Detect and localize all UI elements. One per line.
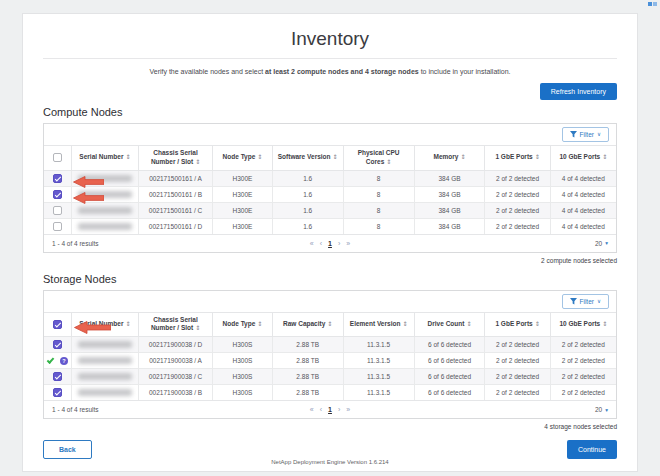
table-row: 002171500161 / A H300E 1.6 8 384 GB 2 of…: [44, 170, 616, 186]
col-chassis-serial: Chassis Serial Number / Slot: [151, 149, 198, 164]
results-count: 1 - 4 of 4 results: [52, 240, 99, 247]
compute-nodes-heading: Compute Nodes: [43, 106, 617, 118]
sort-icon: ⇕: [466, 321, 471, 327]
last-page-button[interactable]: »: [346, 406, 350, 413]
software-version-cell: 1.6: [272, 186, 343, 202]
sort-icon: ⇕: [535, 154, 540, 160]
1gbe-cell: 2 of 2 detected: [485, 202, 550, 218]
col-serial-number: Serial Number: [79, 320, 123, 327]
last-page-button[interactable]: »: [346, 240, 350, 247]
first-page-button[interactable]: «: [310, 240, 314, 247]
page-size-value: 20: [595, 406, 602, 413]
compute-pagination: 1 - 4 of 4 results « ‹ 1 › » 20 ▾: [44, 234, 616, 252]
1gbe-cell: 2 of 2 detected: [485, 369, 550, 385]
col-1gbe-ports: 1 GbE Ports: [495, 153, 532, 160]
refresh-inventory-button[interactable]: Refresh Inventory: [540, 83, 617, 100]
node-type-cell: H300S: [213, 369, 272, 385]
row-checkbox[interactable]: [53, 222, 62, 231]
filter-button-label: Filter: [580, 298, 594, 305]
row-checkbox[interactable]: [53, 388, 62, 397]
10gbe-cell: 2 of 2 detected: [550, 385, 616, 401]
storage-select-all-checkbox[interactable]: [53, 320, 62, 329]
node-type-cell: H300E: [213, 186, 272, 202]
10gbe-cell: 2 of 2 detected: [550, 369, 616, 385]
first-page-button[interactable]: «: [310, 406, 314, 413]
sort-icon: ⇕: [602, 321, 607, 327]
table-row: 002171500161 / C H300E 1.6 8 384 GB 2 of…: [44, 202, 616, 218]
sort-icon: ⇕: [535, 321, 540, 327]
row-checkbox[interactable]: [53, 340, 62, 349]
element-version-cell: 11.3.1.5: [343, 337, 414, 353]
compute-select-all-checkbox[interactable]: [53, 153, 62, 162]
sort-icon: ⇕: [327, 321, 332, 327]
prev-page-button[interactable]: ‹: [320, 406, 322, 413]
chassis-slot-cell: 002171900038 / D: [138, 337, 212, 353]
table-row: 002171900038 / D H300S 2.88 TB 11.3.1.5 …: [44, 337, 616, 353]
app-version-footer: NetApp Deployment Engine Version 1.6.214: [0, 459, 660, 465]
col-node-type: Node Type: [223, 320, 256, 327]
row-checkbox[interactable]: [53, 206, 62, 215]
chassis-slot-cell: 002171900038 / B: [138, 385, 212, 401]
sort-icon: ⇕: [125, 154, 130, 160]
page-size-select[interactable]: 20 ▾: [595, 240, 608, 247]
raw-capacity-cell: 2.88 TB: [272, 385, 343, 401]
chassis-slot-cell: 002171500161 / C: [138, 202, 212, 218]
back-button[interactable]: Back: [43, 440, 92, 459]
redacted-serial: [78, 357, 132, 364]
results-count: 1 - 4 of 4 results: [52, 406, 99, 413]
1gbe-cell: 2 of 2 detected: [485, 218, 550, 234]
1gbe-cell: 2 of 2 detected: [485, 337, 550, 353]
redacted-serial: [78, 389, 132, 396]
next-page-button[interactable]: ›: [338, 406, 340, 413]
10gbe-cell: 4 of 4 detected: [550, 202, 616, 218]
element-version-cell: 11.3.1.5: [343, 353, 414, 369]
sort-icon: ⇕: [125, 321, 130, 327]
compute-selected-note: 2 compute nodes selected: [43, 257, 617, 264]
continue-button[interactable]: Continue: [567, 440, 617, 459]
prev-page-button[interactable]: ‹: [320, 240, 322, 247]
drive-count-cell: 6 of 6 detected: [414, 369, 485, 385]
storage-filter-button[interactable]: Filter ∨: [562, 294, 609, 309]
1gbe-cell: 2 of 2 detected: [485, 170, 550, 186]
software-version-cell: 1.6: [272, 170, 343, 186]
storage-header-row: Serial Number⇕ Chassis Serial Number / S…: [44, 313, 616, 337]
chassis-slot-cell: 002171900038 / C: [138, 369, 212, 385]
1gbe-cell: 2 of 2 detected: [485, 385, 550, 401]
cpu-cores-cell: 8: [343, 186, 414, 202]
row-checkbox[interactable]: [53, 190, 62, 199]
element-version-cell: 11.3.1.5: [343, 385, 414, 401]
storage-nodes-table: Filter ∨ Serial Number⇕ Chassis Serial N…: [43, 290, 617, 420]
current-page[interactable]: 1: [328, 406, 332, 413]
redacted-serial: [78, 175, 132, 182]
compute-filter-button[interactable]: Filter ∨: [562, 127, 609, 142]
sort-icon: ⇕: [602, 154, 607, 160]
help-icon[interactable]: ?: [60, 357, 68, 365]
col-raw-capacity: Raw Capacity: [283, 320, 325, 327]
page-size-select[interactable]: 20 ▾: [595, 406, 608, 413]
table-row: 002171900038 / B H300S 2.88 TB 11.3.1.5 …: [44, 385, 616, 401]
col-element-version: Element Version: [350, 320, 401, 327]
redacted-serial: [78, 191, 132, 198]
drive-count-cell: 6 of 6 detected: [414, 353, 485, 369]
page-title: Inventory: [43, 28, 617, 50]
next-page-button[interactable]: ›: [338, 240, 340, 247]
chevron-down-icon: ∨: [597, 131, 601, 137]
divider: [43, 58, 617, 59]
row-checkbox[interactable]: [53, 174, 62, 183]
redacted-serial: [78, 341, 132, 348]
compute-filter-bar: Filter ∨: [44, 124, 616, 146]
software-version-cell: 1.6: [272, 202, 343, 218]
memory-cell: 384 GB: [414, 218, 485, 234]
chassis-slot-cell: 002171500161 / D: [138, 218, 212, 234]
col-drive-count: Drive Count: [428, 320, 465, 327]
element-version-cell: 11.3.1.5: [343, 369, 414, 385]
current-page[interactable]: 1: [328, 240, 332, 247]
sort-icon: ⇕: [386, 159, 391, 165]
row-checkbox[interactable]: [53, 372, 62, 381]
chassis-slot-cell: 002171500161 / A: [138, 170, 212, 186]
node-type-cell: H300E: [213, 170, 272, 186]
memory-cell: 384 GB: [414, 186, 485, 202]
table-row: 002171900038 / C H300S 2.88 TB 11.3.1.5 …: [44, 369, 616, 385]
node-type-cell: H300E: [213, 202, 272, 218]
table-row: ? 002171900038 / A H300S 2.88 TB 11.3.1.…: [44, 353, 616, 369]
